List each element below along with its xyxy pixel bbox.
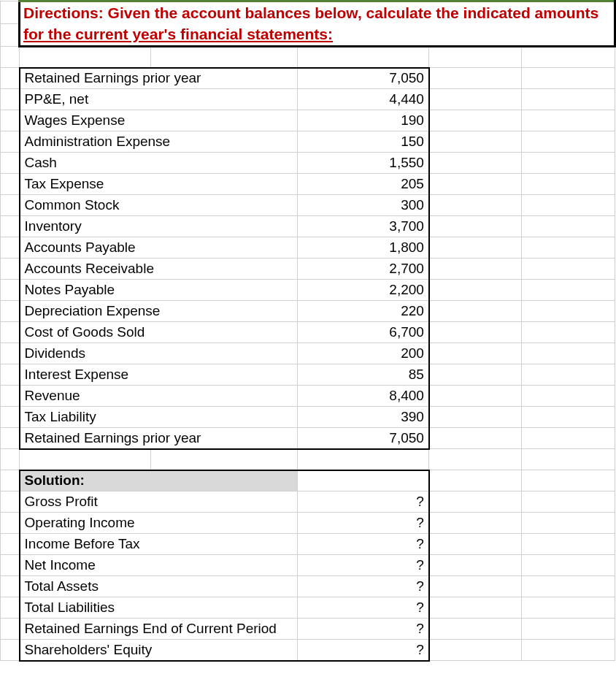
gutter-cell <box>1 576 20 597</box>
gutter-cell <box>1 555 20 576</box>
gutter-cell <box>1 89 20 110</box>
directions-line-1: Directions: Given the account balances b… <box>20 1 615 24</box>
gutter-cell <box>1 24 20 47</box>
account-label: Tax Liability <box>20 407 298 428</box>
account-label: Cash <box>20 153 298 174</box>
account-value[interactable]: 200 <box>297 343 428 364</box>
account-value[interactable]: 3,700 <box>297 216 428 237</box>
account-value[interactable]: 190 <box>297 110 428 131</box>
account-label: Inventory <box>20 216 298 237</box>
account-label: Cost of Goods Sold <box>20 322 298 343</box>
gutter-cell <box>1 449 20 470</box>
account-value[interactable]: 7,050 <box>297 428 428 449</box>
solution-value[interactable]: ? <box>297 640 428 661</box>
gutter-cell <box>1 68 20 89</box>
account-value[interactable]: 1,550 <box>297 153 428 174</box>
gutter-cell <box>1 597 20 619</box>
solution-value[interactable]: ? <box>297 513 428 534</box>
account-label: Tax Expense <box>20 174 298 195</box>
gutter-cell <box>1 322 20 343</box>
solution-label: Retained Earnings End of Current Period <box>20 619 298 640</box>
solution-label: Income Before Tax <box>20 534 298 555</box>
gutter-cell <box>1 534 20 555</box>
gutter-cell <box>1 619 20 640</box>
gutter-cell <box>1 640 20 661</box>
account-label: Notes Payable <box>20 280 298 301</box>
solution-value[interactable]: ? <box>297 555 428 576</box>
gutter-cell <box>1 195 20 216</box>
account-label: Dividends <box>20 343 298 364</box>
account-label: Retained Earnings prior year <box>20 428 298 449</box>
solution-value[interactable]: ? <box>297 576 428 597</box>
gutter-cell <box>1 47 20 68</box>
gutter-cell <box>1 237 20 259</box>
gutter-cell <box>1 491 20 513</box>
gutter-cell <box>1 280 20 301</box>
solution-value[interactable]: ? <box>297 597 428 619</box>
account-value[interactable]: 8,400 <box>297 386 428 407</box>
solution-header: Solution: <box>20 470 298 491</box>
account-value[interactable]: 150 <box>297 131 428 153</box>
gutter-cell <box>1 1 20 24</box>
account-value[interactable]: 4,440 <box>297 89 428 110</box>
gutter-cell <box>1 364 20 386</box>
gutter-cell <box>1 259 20 280</box>
gutter-cell <box>1 131 20 153</box>
account-label: Interest Expense <box>20 364 298 386</box>
account-value[interactable]: 85 <box>297 364 428 386</box>
gutter-cell <box>1 470 20 491</box>
solution-label: Net Income <box>20 555 298 576</box>
account-label: Depreciation Expense <box>20 301 298 322</box>
gutter-cell <box>1 110 20 131</box>
gutter-cell <box>1 428 20 449</box>
solution-label: Total Assets <box>20 576 298 597</box>
gutter-cell <box>1 216 20 237</box>
gutter-cell <box>1 343 20 364</box>
account-label: Accounts Payable <box>20 237 298 259</box>
account-value[interactable]: 2,200 <box>297 280 428 301</box>
gutter-cell <box>1 386 20 407</box>
solution-label: Shareholders' Equity <box>20 640 298 661</box>
account-label: Common Stock <box>20 195 298 216</box>
account-label: Retained Earnings prior year <box>20 68 298 89</box>
spreadsheet: Directions: Given the account balances b… <box>0 0 616 662</box>
directions-line-2: for the current year's financial stateme… <box>20 24 615 47</box>
account-value[interactable]: 220 <box>297 301 428 322</box>
gutter-cell <box>1 407 20 428</box>
solution-value[interactable]: ? <box>297 491 428 513</box>
account-label: PP&E, net <box>20 89 298 110</box>
gutter-cell <box>1 301 20 322</box>
gutter-cell <box>1 513 20 534</box>
solution-value[interactable]: ? <box>297 619 428 640</box>
account-label: Accounts Receivable <box>20 259 298 280</box>
gutter-cell <box>1 153 20 174</box>
solution-label: Gross Profit <box>20 491 298 513</box>
account-label: Wages Expense <box>20 110 298 131</box>
account-value[interactable]: 390 <box>297 407 428 428</box>
gutter-cell <box>1 174 20 195</box>
account-value[interactable]: 2,700 <box>297 259 428 280</box>
account-value[interactable]: 1,800 <box>297 237 428 259</box>
account-value[interactable]: 300 <box>297 195 428 216</box>
solution-label: Operating Income <box>20 513 298 534</box>
account-value[interactable]: 205 <box>297 174 428 195</box>
solution-value[interactable]: ? <box>297 534 428 555</box>
account-value[interactable]: 7,050 <box>297 68 428 89</box>
solution-label: Total Liabilities <box>20 597 298 619</box>
account-label: Administration Expense <box>20 131 298 153</box>
account-value[interactable]: 6,700 <box>297 322 428 343</box>
account-label: Revenue <box>20 386 298 407</box>
